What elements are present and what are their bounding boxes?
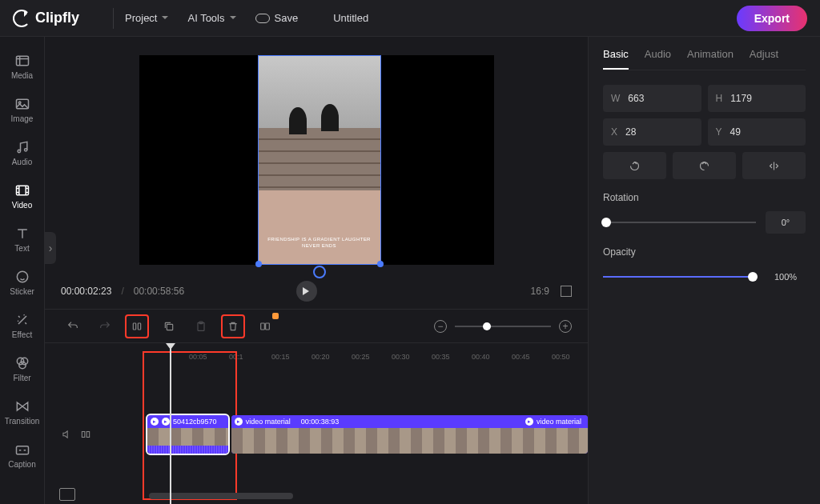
sidebar-item-media[interactable]: Media: [0, 45, 44, 88]
resize-handle-bl[interactable]: [255, 261, 262, 267]
clip-type-icon: ▸: [235, 418, 243, 426]
overlay-text: FRIENDSHIP IS A GRADIENT LAUGHTER NEVER …: [259, 237, 380, 250]
y-field[interactable]: Y49: [708, 118, 806, 146]
menu-save[interactable]: Save: [255, 12, 299, 24]
rotation-slider[interactable]: [603, 222, 756, 223]
svg-rect-5: [16, 186, 28, 195]
sidebar-item-audio[interactable]: Audio: [0, 131, 44, 174]
delete-button[interactable]: [221, 314, 245, 338]
svg-rect-13: [167, 324, 172, 330]
svg-point-8: [21, 358, 27, 364]
tab-animation[interactable]: Animation: [687, 48, 734, 70]
preview-area: FRIENDSHIP IS A GRADIENT LAUGHTER NEVER …: [45, 37, 588, 274]
rotate-ccw-button[interactable]: [603, 152, 666, 179]
clip-type-icon: ▸: [151, 418, 159, 426]
keyboard-icon[interactable]: [59, 488, 75, 501]
menu-ai-tools[interactable]: AI Tools: [187, 12, 235, 24]
clip-1[interactable]: ▸▸50412cb9570: [147, 415, 228, 454]
width-field[interactable]: W663: [603, 85, 701, 112]
fullscreen-icon[interactable]: [561, 286, 572, 297]
sidebar-item-video[interactable]: Video: [0, 174, 44, 218]
rotate-cw-button[interactable]: [673, 152, 736, 179]
app-logo: Clipfly: [13, 10, 79, 27]
clip-type-icon: ▸: [162, 418, 170, 426]
current-time: 00:00:02:23: [61, 286, 111, 297]
svg-point-6: [17, 271, 27, 282]
paste-button[interactable]: [189, 314, 213, 338]
resize-handle-br[interactable]: [377, 261, 384, 267]
layout-button[interactable]: [253, 314, 277, 338]
rotation-label: Rotation: [603, 192, 806, 203]
sidebar-item-sticker[interactable]: Sticker: [0, 261, 44, 304]
svg-rect-16: [261, 323, 265, 330]
opacity-slider[interactable]: [603, 276, 756, 278]
logo-icon: [13, 10, 30, 27]
svg-point-4: [24, 149, 26, 151]
svg-rect-0: [16, 56, 28, 66]
export-button[interactable]: Export: [737, 6, 807, 31]
clip-type-icon: ▸: [525, 418, 533, 426]
project-title[interactable]: Untitled: [333, 12, 368, 24]
mute-icon[interactable]: [61, 429, 72, 440]
playhead[interactable]: [170, 343, 171, 504]
app-name: Clipfly: [35, 10, 79, 26]
total-time: 00:00:58:56: [134, 286, 184, 297]
svg-rect-18: [82, 432, 85, 438]
svg-point-3: [18, 150, 20, 152]
svg-rect-19: [86, 432, 90, 438]
zoom-out-button[interactable]: −: [434, 320, 447, 333]
redo-button[interactable]: [93, 314, 117, 338]
opacity-label: Opacity: [603, 246, 806, 258]
svg-rect-12: [138, 323, 140, 330]
video-track[interactable]: ▸▸50412cb9570 ▸video material 00:00:38:9…: [147, 415, 588, 454]
sidebar-expand-toggle[interactable]: [45, 232, 56, 264]
selected-clip-bounds[interactable]: FRIENDSHIP IS A GRADIENT LAUGHTER NEVER …: [258, 55, 381, 265]
menu-project[interactable]: Project: [125, 12, 168, 24]
zoom-in-button[interactable]: +: [559, 320, 572, 333]
badge-icon: [272, 313, 279, 319]
time-separator: /: [121, 286, 123, 297]
chevron-down-icon: [230, 16, 236, 22]
sidebar-item-caption[interactable]: Caption: [0, 434, 44, 477]
timeline[interactable]: 00:05 00:1 00:15 00:20 00:25 00:30 00:35…: [45, 342, 588, 504]
svg-point-9: [18, 362, 25, 368]
tab-basic[interactable]: Basic: [603, 48, 629, 70]
svg-rect-10: [16, 446, 28, 454]
svg-rect-11: [133, 323, 135, 330]
svg-rect-17: [266, 323, 270, 330]
properties-panel: Basic Audio Animation Adjust W663 H1179 …: [588, 37, 820, 504]
height-field[interactable]: H1179: [708, 85, 806, 112]
sidebar-item-transition[interactable]: Transition: [0, 390, 44, 434]
tab-adjust[interactable]: Adjust: [750, 48, 778, 70]
opacity-value: 100%: [766, 266, 806, 288]
rotation-value[interactable]: 0°: [766, 211, 806, 234]
clip-2[interactable]: ▸video material 00:00:38:93 ▸video mater…: [231, 415, 588, 454]
play-button[interactable]: [296, 281, 317, 302]
x-field[interactable]: X28: [603, 118, 701, 146]
sidebar-item-filter[interactable]: Filter: [0, 347, 44, 390]
sidebar-item-effect[interactable]: Effect: [0, 304, 44, 347]
split-button[interactable]: [125, 314, 149, 338]
sidebar-item-image[interactable]: Image: [0, 88, 44, 131]
copy-button[interactable]: [157, 314, 181, 338]
cloud-icon: [255, 14, 270, 23]
undo-button[interactable]: [61, 314, 85, 338]
preview-canvas[interactable]: FRIENDSHIP IS A GRADIENT LAUGHTER NEVER …: [139, 55, 494, 265]
sidebar-item-text[interactable]: Text: [0, 218, 44, 261]
timeline-ruler[interactable]: 00:05 00:1 00:15 00:20 00:25 00:30 00:35…: [45, 343, 588, 362]
track-view-icon[interactable]: [80, 429, 91, 440]
chevron-down-icon: [162, 16, 168, 22]
left-sidebar: Media Image Audio Video Text Sticker Eff…: [0, 37, 45, 504]
zoom-slider[interactable]: [455, 326, 551, 327]
tab-audio[interactable]: Audio: [645, 48, 671, 70]
flip-button[interactable]: [742, 152, 806, 179]
divider: [113, 8, 114, 29]
rotate-handle[interactable]: [313, 266, 326, 278]
aspect-ratio[interactable]: 16:9: [531, 286, 549, 297]
